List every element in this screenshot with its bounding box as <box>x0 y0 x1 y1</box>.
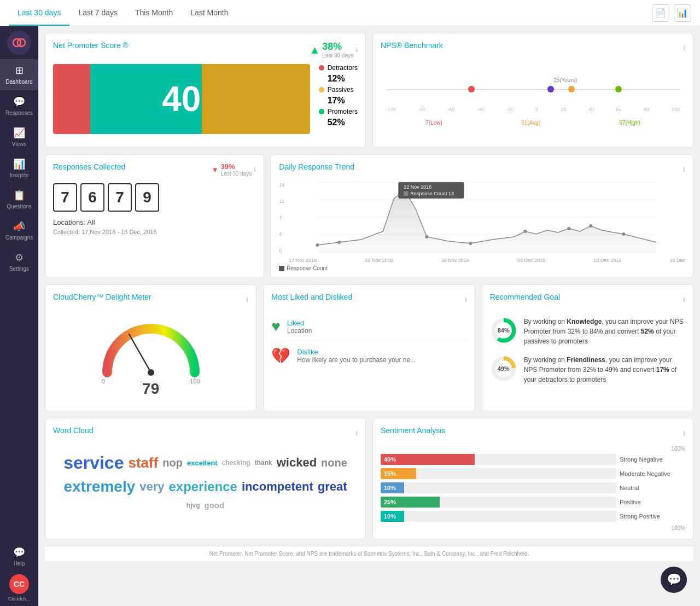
tab-lastmonth[interactable]: Last Month <box>182 1 237 26</box>
sidebar-item-help[interactable]: 💬 Help <box>8 541 31 572</box>
user-name-label: Cloudch... <box>8 596 31 602</box>
word-service[interactable]: service <box>63 453 124 473</box>
axis-label: 60 <box>616 107 622 112</box>
svg-rect-18 <box>404 191 409 196</box>
nps-info-icon[interactable]: ℹ <box>355 46 358 54</box>
liked-label: Liked <box>287 319 312 327</box>
word-thank[interactable]: thank <box>255 459 272 467</box>
benchmark-dot-area: 15(Yours) <box>386 77 680 104</box>
x-label: 22 Nov 2016 <box>365 258 393 263</box>
liked-info-icon[interactable]: ℹ <box>465 296 467 304</box>
sidebar-item-responses[interactable]: 💬 Responses <box>0 90 38 121</box>
word-good[interactable]: good <box>205 500 225 510</box>
benchmark-info-icon[interactable]: ℹ <box>683 45 685 52</box>
x-label: 04 Dec 2016 <box>517 258 545 263</box>
axis-label: -60 <box>447 107 454 112</box>
liked-title: Most Liked and Disliked <box>271 293 352 301</box>
responses-change-period: Last 30 days <box>221 171 252 177</box>
gauge-max: 100 <box>190 378 200 384</box>
sentiment-bar-1: 15% <box>381 468 416 479</box>
sidebar-item-questions[interactable]: 📋 Questions <box>0 184 38 215</box>
svg-point-11 <box>469 242 472 245</box>
sentiment-label-4: Strong Positive <box>620 513 685 520</box>
delight-card: CloudCherry™ Delight Meter ℹ <box>45 284 256 411</box>
word-wicked[interactable]: wicked <box>277 456 317 470</box>
word-none[interactable]: none <box>321 457 347 469</box>
word-hjvg[interactable]: hjvg <box>186 502 200 509</box>
sidebar-item-views[interactable]: 📈 Views <box>0 121 38 153</box>
main-content: Net Promoter Score ® ▲ 38% Last 30 days … <box>38 26 700 606</box>
sentiment-info-icon[interactable]: ℹ <box>683 430 685 437</box>
word-incompetent[interactable]: incompetent <box>242 480 313 494</box>
responses-info-icon[interactable]: ℹ <box>254 166 256 173</box>
detractors-pct: 12% <box>328 74 358 84</box>
sentiment-label-2: Neutral <box>620 485 685 491</box>
word-excellent[interactable]: excellent <box>187 459 218 467</box>
sentiment-row-0: 40% Strong Negative <box>381 454 685 465</box>
insights-icon: 📊 <box>13 158 25 170</box>
nps-passive-bar: 40 <box>90 64 202 134</box>
axis-label: 20 <box>561 107 566 112</box>
pdf-export-icon[interactable]: 📄 <box>652 4 669 22</box>
word-cloud-header: Word Cloud ℹ <box>53 426 358 440</box>
delight-info-icon[interactable]: ℹ <box>246 296 248 304</box>
main-layout: ⊞ Dashboard 💬 Responses 📈 Views 📊 Insigh… <box>0 26 700 606</box>
sentiment-top-pct: 100% <box>381 446 685 452</box>
word-very[interactable]: very <box>139 480 164 494</box>
svg-point-21 <box>148 369 154 376</box>
axis-label: 40 <box>588 107 594 112</box>
chat-button[interactable]: 💬 <box>661 567 687 593</box>
liked-info: Liked Location <box>287 319 312 335</box>
x-label: 28 Nov 2016 <box>441 258 469 263</box>
nps-detractors-legend: Detractors <box>319 64 358 72</box>
goal-item-1: 49% By working on Friendliness, you can … <box>490 351 685 389</box>
svg-point-10 <box>425 235 429 238</box>
nps-promoter-bar <box>202 64 310 134</box>
word-cloud-info-icon[interactable]: ℹ <box>355 430 358 437</box>
word-extremely[interactable]: extremely <box>63 478 135 496</box>
word-checking[interactable]: checking <box>222 459 250 467</box>
avatar[interactable]: CC <box>9 574 29 594</box>
sentiment-bar-wrap-2: 10% <box>381 482 616 493</box>
svg-point-12 <box>524 230 527 233</box>
word-nop[interactable]: nop <box>162 457 183 469</box>
tab-last7days[interactable]: Last 7 days <box>69 1 126 26</box>
goal-donut-0: 84% <box>490 317 517 344</box>
goal-donut-label-0: 84% <box>498 327 510 334</box>
sentiment-label-1: Moderate Negative <box>620 470 685 477</box>
nps-legend: Detractors 12% Passives 17% Promoters 52… <box>319 64 358 139</box>
sentiment-bar-2: 10% <box>381 482 404 493</box>
sidebar-item-settings[interactable]: ⚙ Settings <box>0 246 38 277</box>
sidebar-item-label: Views <box>12 141 27 147</box>
sidebar-item-campaigns[interactable]: 📣 Campaigns <box>0 215 38 246</box>
sentiment-bar-4: 10% <box>381 511 404 522</box>
sidebar: ⊞ Dashboard 💬 Responses 📈 Views 📊 Insigh… <box>0 26 38 606</box>
sidebar-item-dashboard[interactable]: ⊞ Dashboard <box>0 59 38 90</box>
nps-passives-legend: Passives <box>319 86 358 94</box>
benchmark-axis-labels: -100 -80 -60 -40 -20 0 20 40 60 80 100 <box>386 107 680 112</box>
most-liked-card: Most Liked and Disliked ℹ ♥ Liked Locati… <box>263 284 475 411</box>
nps-score-value: 40 <box>162 79 201 119</box>
tab-thismonth[interactable]: This Month <box>126 1 182 26</box>
gauge-container: 0 100 79 <box>53 312 248 403</box>
help-icon: 💬 <box>13 546 25 558</box>
disliked-label: Dislike <box>297 348 416 356</box>
y-label: 4 <box>279 231 289 237</box>
sidebar-item-insights[interactable]: 📊 Insights <box>0 153 38 184</box>
recommended-header: Recommended Goal ℹ <box>490 293 685 307</box>
excel-export-icon[interactable]: 📊 <box>674 4 691 22</box>
word-great[interactable]: great <box>318 480 347 494</box>
tab-last30days[interactable]: Last 30 days <box>9 1 69 26</box>
nps-change-percent: 38% <box>322 41 353 53</box>
delight-header: CloudCherry™ Delight Meter ℹ <box>53 293 248 307</box>
word-experience[interactable]: experience <box>169 479 237 494</box>
benchmark-markers: 7(Low) 31(Avg) 57(High) <box>386 120 680 126</box>
liked-item: ♥ Liked Location <box>271 312 466 341</box>
goal-donut-1: 49% <box>490 355 517 382</box>
word-staff[interactable]: staff <box>128 454 158 471</box>
recommended-info-icon[interactable]: ℹ <box>683 296 685 304</box>
row-responses: Responses Collected ▼ 39% Last 30 days ℹ… <box>45 154 693 278</box>
trend-info-icon[interactable]: ℹ <box>683 166 685 173</box>
nps-title: Net Promoter Score ® <box>53 41 129 50</box>
footer: Net Promoter, Net Promoter Score, and NP… <box>45 546 693 561</box>
